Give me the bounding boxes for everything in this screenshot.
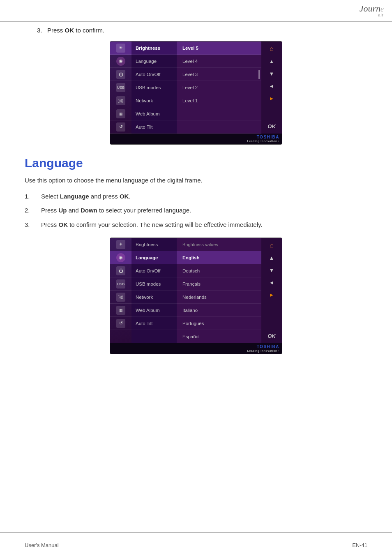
- value-level1: Level 1: [177, 94, 261, 107]
- step2-text: Press Up and Down to select your preferr…: [41, 206, 191, 215]
- icon-network: )))): [110, 94, 131, 107]
- footer: User's Manual EN-41: [0, 542, 392, 548]
- icon-webalbum: ▦: [110, 107, 131, 120]
- step3-text-after: to confirm.: [74, 27, 104, 34]
- lang-label-auto: Auto On/Off: [131, 264, 177, 277]
- icon-usb: USB: [110, 81, 131, 94]
- logo: Journe air: [360, 4, 384, 17]
- lang-icon-usb: USB: [110, 277, 131, 291]
- language-step3: 3. Press OK to confirm your selection. T…: [25, 220, 367, 230]
- lang-home-button[interactable]: ⌂: [264, 240, 279, 251]
- lang-icon-network: )))): [110, 291, 131, 304]
- step3-text-before: Press: [47, 27, 65, 34]
- brightness-mockup: ☀ ◉ ⏻ USB )))) ▦ ↺ Brightness Language A…: [110, 41, 282, 145]
- logo-sub: air: [360, 13, 384, 17]
- toshiba-badge: TOSHIBA Leading Innovation ›: [110, 134, 282, 144]
- icon-autotilt: ↺: [110, 120, 131, 134]
- lang-label-webalbum: Web Album: [131, 304, 177, 317]
- lang-icon-autotilt: ↺: [110, 317, 131, 330]
- lang-icon-webalbum: ▦: [110, 304, 131, 317]
- lang-value-english: English: [177, 251, 261, 264]
- left-button[interactable]: ◄: [264, 80, 279, 92]
- brightness-controls: ⌂ ▲ ▼ ◄ ► OK: [261, 42, 282, 134]
- language-description: Use this option to choose the menu langu…: [25, 176, 367, 185]
- lang-menu-labels: Brightness Language Auto On/Off USB mode…: [131, 238, 177, 343]
- main-content: 3. Press OK to confirm. ☀ ◉ ⏻ USB )))) ▦…: [0, 0, 392, 395]
- language-heading: Language: [25, 156, 367, 170]
- label-brightness: Brightness: [131, 42, 177, 55]
- lang-label-brightness: Brightness: [131, 238, 177, 251]
- step1-num: 1.: [25, 192, 41, 201]
- top-border: [0, 21, 392, 22]
- icon-brightness: ☀: [110, 42, 131, 55]
- lang-up-button[interactable]: ▲: [264, 252, 279, 263]
- value-empty2: [177, 120, 261, 134]
- lang-left-button[interactable]: ◄: [264, 277, 279, 288]
- label-usb: USB modes: [131, 81, 177, 94]
- lang-ok-button[interactable]: OK: [263, 330, 280, 342]
- brightness-values: Level 5 Level 4 Level 3 Level 2 Level 1: [177, 42, 261, 134]
- footer-right: EN-41: [352, 542, 367, 548]
- bottom-border: [0, 532, 392, 533]
- lang-value-brightness: Brightness values: [177, 238, 261, 251]
- lang-icon-language: ◉: [110, 251, 131, 264]
- value-empty1: [177, 107, 261, 120]
- step3-num: 3.: [25, 220, 41, 230]
- lang-value-nederlands: Nederlands: [177, 291, 261, 304]
- toshiba-tagline: Leading Innovation ›: [247, 140, 279, 143]
- down-button[interactable]: ▼: [264, 68, 279, 79]
- lang-value-francais: Français: [177, 277, 261, 291]
- language-steps: 1. Select Language and press OK. 2. Pres…: [25, 192, 367, 230]
- value-level3: Level 3: [177, 68, 261, 81]
- language-step1: 1. Select Language and press OK.: [25, 192, 367, 201]
- lang-controls: ⌂ ▲ ▼ ◄ ► OK: [261, 238, 282, 343]
- home-button[interactable]: ⌂: [264, 43, 279, 55]
- icon-auto: ⏻: [110, 68, 131, 81]
- lang-toshiba-badge: TOSHIBA Leading Innovation ›: [110, 343, 282, 354]
- step1-text: Select Language and press OK.: [41, 192, 131, 201]
- label-webalbum: Web Album: [131, 107, 177, 120]
- lang-label-network: Network: [131, 291, 177, 304]
- lang-label-usb: USB modes: [131, 277, 177, 291]
- lang-value-portugues: Português: [177, 317, 261, 330]
- language-mockup: ☀ ◉ ⏻ USB )))) ▦ ↺ Brightness Language A…: [110, 238, 282, 354]
- lang-toshiba-tagline: Leading Innovation ›: [247, 349, 279, 352]
- lang-down-button[interactable]: ▼: [264, 264, 279, 276]
- footer-left: User's Manual: [25, 542, 59, 548]
- lang-values: Brightness values English Deutsch França…: [177, 238, 261, 343]
- lang-right-button[interactable]: ►: [264, 289, 279, 300]
- step2-num: 2.: [25, 206, 41, 215]
- brightness-menu-labels: Brightness Language Auto On/Off USB mode…: [131, 42, 177, 134]
- step3-text: Press OK to confirm your selection. The …: [41, 220, 263, 230]
- lang-toshiba-name: TOSHIBA: [257, 344, 279, 349]
- step3-number: 3.: [37, 27, 42, 34]
- lang-value-espanol: Español: [177, 330, 261, 343]
- value-level5: Level 5: [177, 42, 261, 55]
- label-auto: Auto On/Off: [131, 68, 177, 81]
- value-level4: Level 4: [177, 55, 261, 68]
- label-language: Language: [131, 55, 177, 68]
- value-level2: Level 2: [177, 81, 261, 94]
- up-button[interactable]: ▲: [264, 55, 279, 67]
- icon-language: ◉: [110, 55, 131, 68]
- lang-icon-auto: ⏻: [110, 264, 131, 277]
- label-autotilt: Auto Tilt: [131, 120, 177, 134]
- lang-menu-icons: ☀ ◉ ⏻ USB )))) ▦ ↺: [110, 238, 131, 343]
- lang-label-autotilt: Auto Tilt: [131, 317, 177, 330]
- step3-ok-bold: OK: [65, 27, 74, 34]
- lang-icon-brightness: ☀: [110, 238, 131, 251]
- lang-value-deutsch: Deutsch: [177, 264, 261, 277]
- step3-press-ok: 3. Press OK to confirm.: [37, 27, 367, 34]
- toshiba-name: TOSHIBA: [257, 135, 279, 139]
- right-button[interactable]: ►: [264, 92, 279, 104]
- logo-brand: Journe: [360, 3, 384, 14]
- ok-button[interactable]: OK: [263, 120, 280, 132]
- lang-label-language: Language: [131, 251, 177, 264]
- label-network: Network: [131, 94, 177, 107]
- brightness-menu-icons: ☀ ◉ ⏻ USB )))) ▦ ↺: [110, 42, 131, 134]
- language-step2: 2. Press Up and Down to select your pref…: [25, 206, 367, 215]
- lang-value-italiano: Italiano: [177, 304, 261, 317]
